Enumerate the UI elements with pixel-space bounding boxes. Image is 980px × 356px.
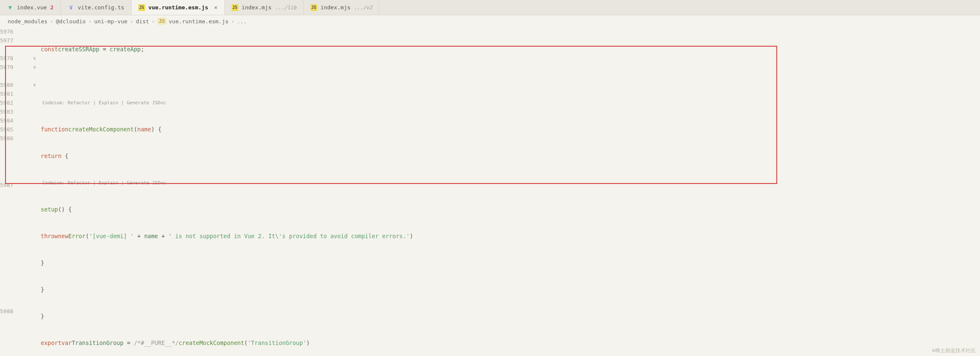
js-icon: JS xyxy=(311,4,317,11)
fold-toggle xyxy=(33,271,41,280)
fold-toggle[interactable]: ∨ xyxy=(33,54,41,63)
codelens[interactable]: Codeium: Refactor | Explain | Generate J… xyxy=(41,98,166,107)
tab-label: index.mjs xyxy=(242,4,272,11)
crumb-file[interactable]: vue.runtime.esm.js xyxy=(169,18,229,25)
fold-toggle xyxy=(33,298,41,307)
tab-vite-config[interactable]: V vite.config.ts xyxy=(61,0,132,15)
fold-toggle xyxy=(33,143,41,227)
line-numbers: 5976597759785979598059815982598359845985… xyxy=(0,27,33,356)
chevron-right-icon: › xyxy=(151,18,155,25)
crumb-uni-mp-vue[interactable]: uni-mp-vue xyxy=(94,18,127,25)
fold-toggle xyxy=(33,116,41,125)
fold-toggle xyxy=(33,107,41,116)
fold-toggle xyxy=(33,72,41,81)
fold-toggle[interactable]: ∨ xyxy=(33,63,41,72)
vite-icon: V xyxy=(67,4,74,11)
editor-tabs: ▼ index.vue 2 V vite.config.ts JS vue.ru… xyxy=(0,0,980,15)
watermark: ⊕稀土掘金技术社区 xyxy=(932,347,976,354)
fold-toggle xyxy=(33,89,41,98)
tab-badge: 2 xyxy=(50,4,53,11)
fold-toggle xyxy=(33,227,41,236)
fold-toggle xyxy=(33,262,41,271)
js-icon: JS xyxy=(138,4,145,11)
chevron-right-icon: › xyxy=(50,18,53,25)
close-icon[interactable]: × xyxy=(214,4,218,11)
fold-column: ∨∨∨ xyxy=(33,27,41,356)
tab-vue-runtime[interactable]: JS vue.runtime.esm.js × xyxy=(132,0,225,15)
chevron-right-icon: › xyxy=(88,18,92,25)
js-icon: JS xyxy=(157,18,166,25)
js-icon: JS xyxy=(232,4,238,11)
fold-toggle xyxy=(33,236,41,245)
tab-label: index.vue xyxy=(17,4,47,11)
fold-toggle xyxy=(33,125,41,134)
fold-toggle xyxy=(33,45,41,54)
fold-toggle xyxy=(33,98,41,107)
fold-toggle xyxy=(33,134,41,143)
fold-toggle xyxy=(33,27,41,36)
crumb-dcloudio[interactable]: @dcloudio xyxy=(56,18,86,25)
tab-hint: .../v2 xyxy=(354,5,372,11)
codelens[interactable]: Codeium: Refactor | Explain | Generate J… xyxy=(41,178,166,187)
fold-toggle xyxy=(33,307,41,316)
tab-label: vite.config.ts xyxy=(78,4,124,11)
fold-toggle xyxy=(33,245,41,253)
crumb-node-modules[interactable]: node_modules xyxy=(8,18,48,25)
tab-label: index.mjs xyxy=(321,4,350,11)
chevron-right-icon: › xyxy=(231,18,235,25)
code-content[interactable]: const createSSRApp = createApp; Codeium:… xyxy=(41,27,980,356)
crumb-tail[interactable]: ... xyxy=(237,18,246,25)
breadcrumb: node_modules› @dcloudio› uni-mp-vue› dis… xyxy=(0,15,980,27)
tab-index-mjs-lib[interactable]: JS index.mjs .../lib xyxy=(225,0,304,15)
tab-hint: .../lib xyxy=(275,5,297,11)
tab-index-mjs-v2[interactable]: JS index.mjs .../v2 xyxy=(304,0,380,15)
tab-label: vue.runtime.esm.js xyxy=(148,4,208,11)
code-editor[interactable]: 5976597759785979598059815982598359845985… xyxy=(0,27,980,356)
crumb-dist[interactable]: dist xyxy=(136,18,149,25)
tab-index-vue[interactable]: ▼ index.vue 2 xyxy=(0,0,61,15)
fold-toggle xyxy=(33,36,41,45)
fold-toggle[interactable]: ∨ xyxy=(33,81,41,89)
fold-toggle xyxy=(33,253,41,262)
chevron-right-icon: › xyxy=(130,18,133,25)
fold-toggle xyxy=(33,280,41,289)
vue-icon: ▼ xyxy=(7,4,14,11)
fold-toggle xyxy=(33,289,41,298)
